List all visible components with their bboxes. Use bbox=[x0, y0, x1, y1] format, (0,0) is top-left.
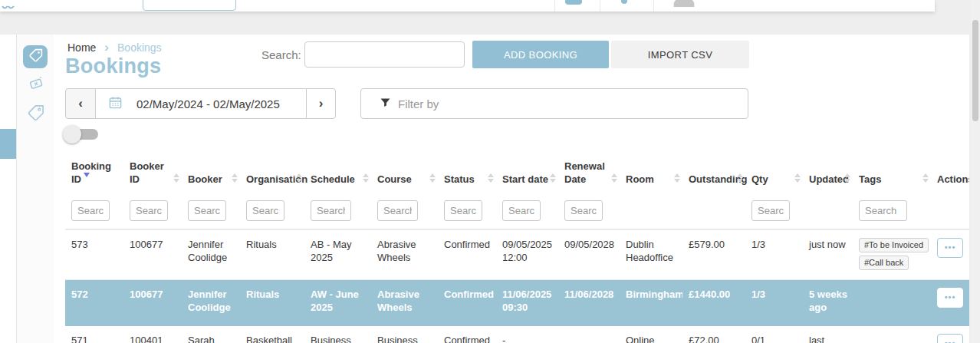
scrollbar-thumb[interactable] bbox=[972, 20, 978, 121]
search-input-booker[interactable] bbox=[188, 200, 226, 221]
search-input-schedule[interactable] bbox=[311, 200, 351, 221]
previous-period-button[interactable]: ‹ bbox=[65, 88, 96, 119]
sort-arrows-icon bbox=[737, 173, 743, 183]
column-header-actions: Actions bbox=[931, 157, 969, 193]
column-header-booking_id[interactable]: Booking ID bbox=[65, 157, 123, 193]
column-label: Booker bbox=[188, 173, 222, 185]
search-input-tags[interactable] bbox=[859, 200, 907, 221]
search-input-booking_id[interactable] bbox=[71, 200, 110, 221]
sort-arrows-icon bbox=[296, 173, 302, 183]
column-header-renewal_date[interactable]: Renewal Date bbox=[558, 157, 620, 193]
search-cell-course bbox=[371, 193, 438, 229]
breadcrumb: Home › Bookings bbox=[67, 41, 162, 54]
table-header-row: Booking IDBooker IDBookerOrganisationSch… bbox=[65, 157, 969, 193]
cell-schedule: AW - June 2025 bbox=[304, 280, 371, 326]
sidebar-item-cancelled-bookings[interactable] bbox=[26, 75, 45, 94]
search-input-start_date[interactable] bbox=[502, 200, 541, 221]
column-header-qty[interactable]: Qty bbox=[745, 157, 803, 193]
cell-organisation: Rituals bbox=[240, 229, 304, 280]
column-header-organisation[interactable]: Organisation bbox=[240, 157, 304, 193]
filter-field bbox=[360, 88, 748, 119]
cell-start_date: 09/05/2025 12:00 bbox=[496, 229, 558, 280]
toggle-switch[interactable] bbox=[63, 124, 100, 144]
table-row[interactable]: 573100677Jennifer CoolidgeRitualsAB - Ma… bbox=[65, 229, 969, 280]
search-input-qty[interactable] bbox=[751, 200, 790, 221]
tag-outline-icon bbox=[27, 104, 44, 124]
date-range-display[interactable]: 02/May/2024 - 02/May/2025 bbox=[96, 88, 306, 119]
breadcrumb-home[interactable]: Home bbox=[67, 41, 96, 54]
cell-tags: #To be Invoiced#Call back bbox=[853, 229, 931, 280]
cell-booking_id: 573 bbox=[65, 229, 123, 280]
sidebar-item-tags[interactable] bbox=[25, 104, 46, 124]
chat-icon[interactable] bbox=[565, 0, 582, 5]
column-header-booker_id[interactable]: Booker ID bbox=[123, 157, 182, 193]
column-header-status[interactable]: Status bbox=[438, 157, 496, 193]
search-cell-tags bbox=[853, 193, 931, 229]
cell-room: Dublin Headoffice bbox=[620, 229, 682, 280]
add-booking-button[interactable]: ADD BOOKING bbox=[472, 41, 609, 68]
search-cell-qty bbox=[745, 193, 803, 229]
cell-actions: ••• bbox=[931, 229, 969, 280]
user-avatar[interactable] bbox=[669, 0, 699, 12]
cell-organisation: Basketball bbox=[240, 326, 304, 343]
header-divider bbox=[554, 0, 555, 12]
cell-booker: Jennifer Coolidge bbox=[182, 229, 240, 280]
cell-schedule: Business bbox=[304, 326, 371, 343]
cell-booking_id: 571 bbox=[65, 326, 123, 343]
column-header-start_date[interactable]: Start date bbox=[496, 157, 558, 193]
cell-outstanding: £579.00 bbox=[682, 229, 745, 280]
row-actions-button[interactable]: ••• bbox=[937, 334, 963, 343]
view-website-button[interactable]: VIEW WEBSITE bbox=[143, 0, 236, 11]
row-actions-button[interactable]: ••• bbox=[937, 238, 963, 258]
search-cell-renewal_date bbox=[558, 193, 620, 229]
page-root: VIEW WEBSITE bbox=[0, 0, 980, 343]
next-period-button[interactable]: › bbox=[306, 88, 336, 119]
column-label: Start date bbox=[502, 173, 548, 185]
sort-arrows-icon bbox=[550, 173, 556, 183]
column-header-tags[interactable]: Tags bbox=[853, 157, 931, 193]
cell-actions: ••• bbox=[931, 280, 969, 326]
row-actions-button[interactable]: ••• bbox=[937, 288, 963, 308]
ellipsis-icon: ••• bbox=[945, 339, 956, 343]
column-header-updated[interactable]: Updated bbox=[803, 157, 853, 193]
main-content: Home › Bookings Bookings Search: ADD BOO… bbox=[54, 35, 969, 343]
sidebar-active-indicator bbox=[0, 129, 16, 159]
column-header-course[interactable]: Course bbox=[371, 157, 438, 193]
ticket-cancel-icon bbox=[28, 75, 44, 94]
date-range-picker: ‹ 02/May/2024 - 02/May/2025 › bbox=[65, 88, 336, 119]
search-input-renewal_date[interactable] bbox=[564, 200, 603, 221]
bookings-table: Booking IDBooker IDBookerOrganisationSch… bbox=[65, 157, 969, 343]
search-input-course[interactable] bbox=[377, 200, 418, 221]
toggle-thumb bbox=[63, 125, 81, 143]
search-cell-booker bbox=[182, 193, 240, 229]
global-search-input[interactable] bbox=[304, 41, 465, 68]
cell-renewal_date: 09/05/2028 bbox=[558, 229, 620, 280]
cell-course: Abrasive Wheels bbox=[371, 229, 438, 280]
cell-booker: Sarah bbox=[182, 326, 240, 343]
column-header-schedule[interactable]: Schedule bbox=[304, 157, 371, 193]
cell-status: Confirmed bbox=[438, 326, 496, 343]
sidebar-item-bookings[interactable] bbox=[23, 45, 48, 68]
column-header-room[interactable]: Room bbox=[620, 157, 682, 193]
import-csv-button[interactable]: IMPORT CSV bbox=[611, 41, 749, 68]
vertical-scrollbar[interactable] bbox=[970, 0, 980, 343]
column-header-outstanding[interactable]: Outstanding bbox=[682, 157, 745, 193]
sort-arrows-icon bbox=[674, 173, 680, 183]
column-label: Updated bbox=[809, 173, 849, 185]
search-cell-schedule bbox=[304, 193, 371, 229]
table-row[interactable]: 572100677Jennifer CoolidgeRitualsAW - Ju… bbox=[65, 280, 969, 326]
filter-input[interactable] bbox=[398, 89, 748, 118]
search-input-organisation[interactable] bbox=[246, 200, 284, 221]
table-row[interactable]: 571100401SarahBasketballBusinessBusiness… bbox=[65, 326, 969, 343]
tag-chip[interactable]: #To be Invoiced bbox=[859, 238, 929, 252]
tag-chip[interactable]: #Call back bbox=[859, 256, 909, 270]
breadcrumb-current[interactable]: Bookings bbox=[117, 41, 162, 54]
column-header-booker[interactable]: Booker bbox=[182, 157, 240, 193]
search-cell-organisation bbox=[240, 193, 304, 229]
search-input-status[interactable] bbox=[444, 200, 482, 221]
top-header: VIEW WEBSITE bbox=[0, 0, 935, 12]
search-input-booker_id[interactable] bbox=[130, 200, 168, 221]
notifications-bell-icon[interactable] bbox=[621, 0, 627, 4]
cell-start_date: 11/06/2025 09:30 bbox=[496, 280, 558, 326]
cell-renewal_date bbox=[558, 326, 620, 343]
